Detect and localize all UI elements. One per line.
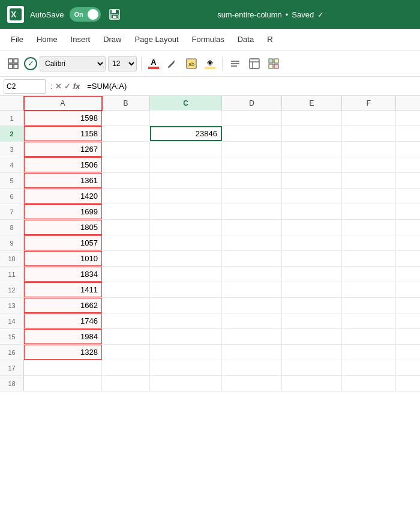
cell-F3[interactable]	[342, 142, 396, 157]
cell-E1[interactable]	[282, 110, 342, 125]
font-selector[interactable]: Calibri Arial Times New Roman	[40, 56, 106, 71]
cell-C10[interactable]	[150, 251, 222, 266]
cell-E12[interactable]	[282, 282, 342, 297]
conditional-format-icon[interactable]	[265, 55, 282, 72]
cell-C11[interactable]	[150, 267, 222, 282]
cell-D9[interactable]	[222, 235, 282, 250]
cell-E2[interactable]	[282, 126, 342, 141]
cell-B17[interactable]	[102, 360, 150, 375]
col-header-b[interactable]: B	[102, 96, 150, 110]
cell-B12[interactable]	[102, 282, 150, 297]
cell-D13[interactable]	[222, 298, 282, 313]
menu-insert[interactable]: Insert	[65, 32, 97, 46]
font-color-button[interactable]: A	[146, 56, 161, 70]
cell-E13[interactable]	[282, 298, 342, 313]
cell-F6[interactable]	[342, 189, 396, 204]
cell-E11[interactable]	[282, 267, 342, 282]
cell-E14[interactable]	[282, 313, 342, 328]
autosave-toggle[interactable]: On	[70, 7, 101, 22]
cell-C9[interactable]	[150, 235, 222, 250]
highlight-color-button[interactable]: ◈	[202, 56, 218, 70]
cell-E8[interactable]	[282, 220, 342, 235]
cell-F9[interactable]	[342, 235, 396, 250]
cell-E4[interactable]	[282, 157, 342, 172]
cell-reference-box[interactable]: C2	[4, 79, 46, 94]
cell-E17[interactable]	[282, 360, 342, 375]
cell-E9[interactable]	[282, 235, 342, 250]
cell-E3[interactable]	[282, 142, 342, 157]
cell-F8[interactable]	[342, 220, 396, 235]
formula-input[interactable]	[85, 79, 416, 94]
cell-D3[interactable]	[222, 142, 282, 157]
cell-A13[interactable]: 1662	[24, 298, 102, 313]
cell-A18[interactable]	[24, 376, 102, 391]
cell-F17[interactable]	[342, 360, 396, 375]
cell-A3[interactable]: 1267	[24, 142, 102, 157]
cell-C12[interactable]	[150, 282, 222, 297]
cell-D18[interactable]	[222, 376, 282, 391]
cell-C18[interactable]	[150, 376, 222, 391]
cell-F5[interactable]	[342, 173, 396, 188]
cell-F16[interactable]	[342, 345, 396, 360]
menu-draw[interactable]: Draw	[97, 32, 127, 46]
cell-C15[interactable]	[150, 329, 222, 344]
cell-C13[interactable]	[150, 298, 222, 313]
menu-page-layout[interactable]: Page Layout	[129, 32, 185, 46]
cell-A2[interactable]: 1158	[24, 126, 102, 141]
menu-formulas[interactable]: Formulas	[186, 32, 230, 46]
cell-D14[interactable]	[222, 313, 282, 328]
cell-C2[interactable]: 23846	[150, 126, 222, 141]
cell-B2[interactable]	[102, 126, 150, 141]
cell-D15[interactable]	[222, 329, 282, 344]
cell-F2[interactable]	[342, 126, 396, 141]
cell-C1[interactable]	[150, 110, 222, 125]
menu-data[interactable]: Data	[232, 32, 260, 46]
cell-B14[interactable]	[102, 313, 150, 328]
format-cells-icon[interactable]: ab	[183, 55, 200, 72]
cell-F11[interactable]	[342, 267, 396, 282]
cell-B3[interactable]	[102, 142, 150, 157]
cell-A8[interactable]: 1805	[24, 220, 102, 235]
cell-F15[interactable]	[342, 329, 396, 344]
cell-B16[interactable]	[102, 345, 150, 360]
cell-D7[interactable]	[222, 204, 282, 219]
cell-D11[interactable]	[222, 267, 282, 282]
cell-C7[interactable]	[150, 204, 222, 219]
cell-E10[interactable]	[282, 251, 342, 266]
cell-C5[interactable]	[150, 173, 222, 188]
cell-E16[interactable]	[282, 345, 342, 360]
cell-A6[interactable]: 1420	[24, 189, 102, 204]
cell-C3[interactable]	[150, 142, 222, 157]
save-icon[interactable]	[107, 7, 122, 22]
cell-D8[interactable]	[222, 220, 282, 235]
cell-C14[interactable]	[150, 313, 222, 328]
col-header-f[interactable]: F	[342, 96, 396, 110]
insert-function-icon[interactable]: fx	[73, 82, 80, 91]
cell-D10[interactable]	[222, 251, 282, 266]
cell-E18[interactable]	[282, 376, 342, 391]
menu-review[interactable]: R	[261, 32, 278, 46]
cell-A10[interactable]: 1010	[24, 251, 102, 266]
cell-F13[interactable]	[342, 298, 396, 313]
cell-B1[interactable]	[102, 110, 150, 125]
cell-B6[interactable]	[102, 189, 150, 204]
cell-F14[interactable]	[342, 313, 396, 328]
paint-icon[interactable]	[164, 55, 181, 72]
cell-A11[interactable]: 1834	[24, 267, 102, 282]
cell-D16[interactable]	[222, 345, 282, 360]
cell-B10[interactable]	[102, 251, 150, 266]
cell-F1[interactable]	[342, 110, 396, 125]
cell-A12[interactable]: 1411	[24, 282, 102, 297]
col-header-c[interactable]: C	[150, 96, 222, 110]
cell-D6[interactable]	[222, 189, 282, 204]
cell-C17[interactable]	[150, 360, 222, 375]
cell-C8[interactable]	[150, 220, 222, 235]
cell-C16[interactable]	[150, 345, 222, 360]
cell-D4[interactable]	[222, 157, 282, 172]
cell-E15[interactable]	[282, 329, 342, 344]
cell-B13[interactable]	[102, 298, 150, 313]
cell-E5[interactable]	[282, 173, 342, 188]
cell-B18[interactable]	[102, 376, 150, 391]
cancel-formula-icon[interactable]: ✕	[55, 82, 62, 91]
cell-A16[interactable]: 1328	[24, 345, 102, 360]
